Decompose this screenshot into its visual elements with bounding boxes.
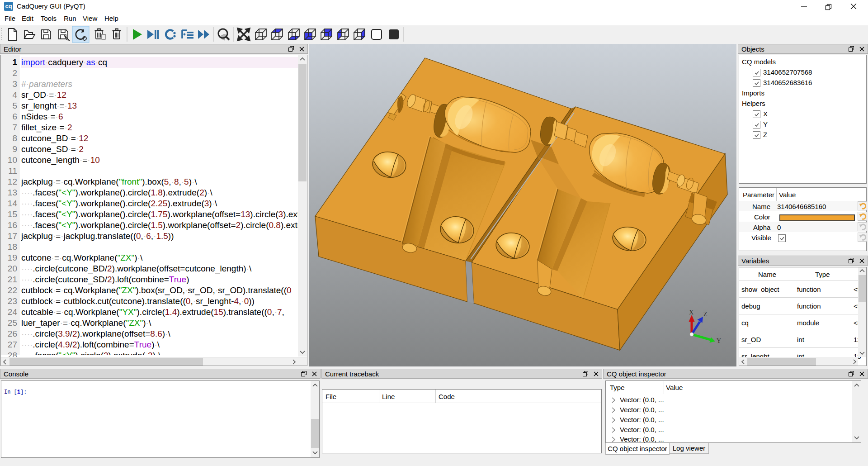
svg-text:X: X (689, 309, 693, 316)
svg-text:Z: Z (703, 311, 708, 318)
svg-text:Y: Y (717, 338, 721, 344)
